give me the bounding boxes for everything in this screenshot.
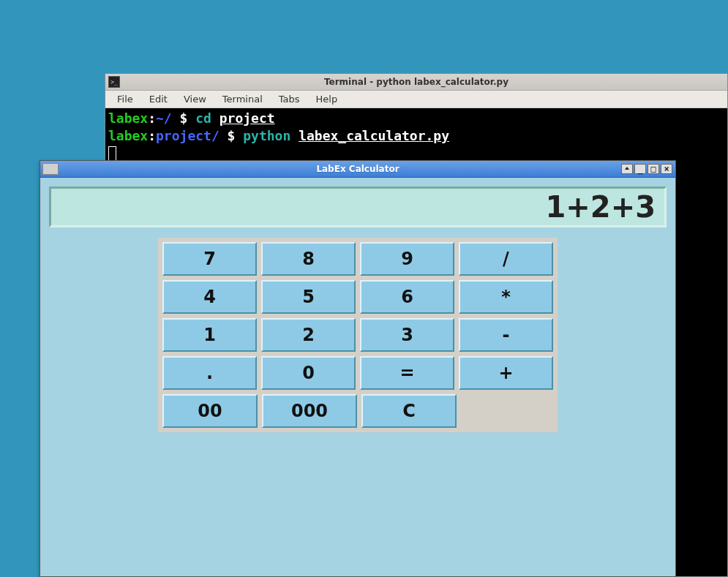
calculator-window: LabEx Calculator _ □ × 1+2+3 7 8 9 / 4 5… bbox=[40, 160, 676, 577]
shade-icon bbox=[623, 165, 631, 173]
key-6[interactable]: 6 bbox=[360, 280, 454, 314]
keypad-row: 7 8 9 / bbox=[160, 240, 555, 278]
terminal-menubar: File Edit View Terminal Tabs Help bbox=[105, 91, 727, 108]
maximize-button[interactable]: □ bbox=[648, 164, 659, 174]
key-3[interactable]: 3 bbox=[360, 318, 454, 352]
key-5[interactable]: 5 bbox=[261, 280, 356, 314]
terminal-titlebar[interactable]: >_ Terminal - python labex_calculator.py bbox=[105, 74, 727, 91]
terminal-cursor bbox=[108, 146, 116, 161]
key-2[interactable]: 2 bbox=[261, 318, 356, 352]
prompt-host: labex bbox=[108, 110, 148, 126]
key-00[interactable]: 00 bbox=[162, 394, 258, 428]
key-000[interactable]: 000 bbox=[262, 394, 357, 428]
keypad-row: 4 5 6 * bbox=[160, 278, 555, 316]
key-7[interactable]: 7 bbox=[162, 242, 257, 276]
menu-tabs[interactable]: Tabs bbox=[271, 92, 307, 106]
terminal-output[interactable]: labex:~/ $ cd project labex:project/ $ p… bbox=[105, 108, 727, 164]
prompt-colon: : bbox=[148, 128, 156, 143]
terminal-title: Terminal - python labex_calculator.py bbox=[105, 77, 727, 87]
key-0[interactable]: 0 bbox=[261, 356, 356, 390]
key-8[interactable]: 8 bbox=[261, 242, 356, 276]
cmd-python: python bbox=[243, 128, 290, 143]
keypad-row: 00 000 C bbox=[160, 392, 555, 430]
prompt-dollar: $ bbox=[172, 110, 196, 126]
calculator-keypad: 7 8 9 / 4 5 6 * 1 2 3 - . 0 = + bbox=[158, 238, 558, 432]
key-9[interactable]: 9 bbox=[360, 242, 454, 276]
minimize-button[interactable]: _ bbox=[634, 164, 646, 174]
key-multiply[interactable]: * bbox=[459, 280, 553, 314]
key-empty bbox=[461, 394, 553, 428]
key-1[interactable]: 1 bbox=[162, 318, 257, 352]
key-subtract[interactable]: - bbox=[459, 318, 553, 352]
key-equals[interactable]: = bbox=[360, 356, 454, 390]
window-controls: _ □ × bbox=[621, 164, 672, 174]
prompt-colon: : bbox=[148, 110, 156, 126]
calculator-body: 1+2+3 7 8 9 / 4 5 6 * 1 2 3 - . bbox=[40, 178, 675, 441]
prompt-dollar: $ bbox=[219, 128, 244, 143]
prompt-path: ~/ bbox=[156, 110, 172, 126]
menu-edit[interactable]: Edit bbox=[142, 92, 175, 106]
terminal-icon: >_ bbox=[108, 76, 120, 88]
cmd-arg-script: labex_calculator.py bbox=[299, 128, 449, 143]
keypad-row: . 0 = + bbox=[160, 354, 555, 392]
display-value: 1+2+3 bbox=[545, 190, 656, 224]
menu-view[interactable]: View bbox=[176, 92, 214, 106]
prompt-path: project/ bbox=[156, 128, 219, 143]
key-decimal[interactable]: . bbox=[162, 356, 257, 390]
calculator-display: 1+2+3 bbox=[49, 186, 667, 227]
close-button[interactable]: × bbox=[661, 164, 672, 174]
calculator-title: LabEx Calculator bbox=[40, 164, 675, 174]
prompt-host: labex bbox=[108, 128, 148, 143]
calculator-window-icon bbox=[42, 163, 59, 175]
keypad-row: 1 2 3 - bbox=[160, 316, 555, 354]
shade-button[interactable] bbox=[621, 164, 633, 174]
menu-file[interactable]: File bbox=[110, 92, 140, 106]
key-add[interactable]: + bbox=[459, 356, 553, 390]
key-divide[interactable]: / bbox=[459, 242, 553, 276]
cmd-arg-project: project bbox=[219, 110, 275, 126]
key-clear[interactable]: C bbox=[361, 394, 457, 428]
menu-terminal[interactable]: Terminal bbox=[215, 92, 270, 106]
menu-help[interactable]: Help bbox=[309, 92, 345, 106]
calculator-titlebar[interactable]: LabEx Calculator _ □ × bbox=[40, 161, 675, 178]
key-4[interactable]: 4 bbox=[162, 280, 257, 314]
cmd-cd: cd bbox=[195, 110, 211, 126]
